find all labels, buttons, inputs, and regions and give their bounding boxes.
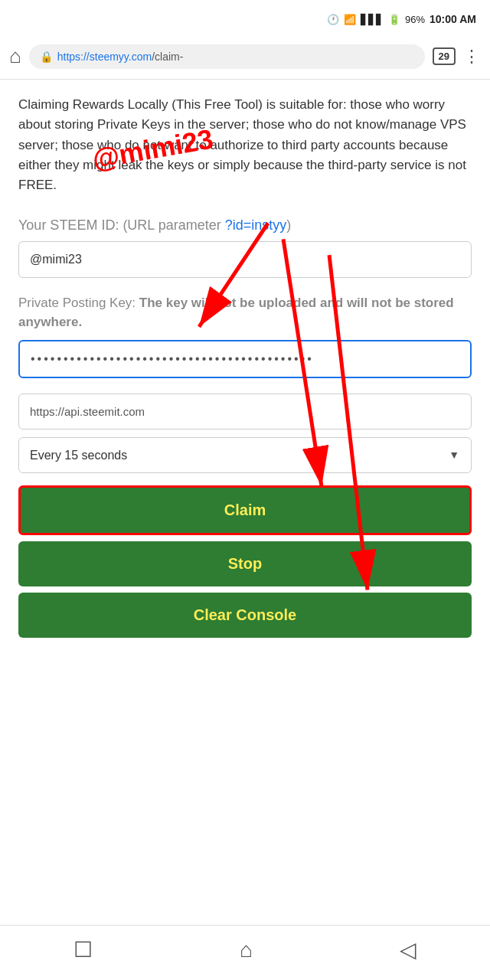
wifi-icon: ▋▋▋ bbox=[361, 14, 384, 25]
steem-id-label: Your STEEM ID: (URL parameter ?id=instyy… bbox=[18, 217, 472, 234]
main-content: @mimi23 Claiming Rewards Locally (This F… bbox=[0, 80, 490, 925]
private-key-label-text: Private Posting Key: bbox=[18, 296, 139, 310]
lock-icon: 🔒 bbox=[40, 51, 53, 63]
status-bar: 🕐 📶 ▋▋▋ 🔋 96% 10:00 AM bbox=[0, 0, 490, 34]
browser-bar: ⌂ 🔒 https://steemyy.com/claim- 29 ⋮ bbox=[0, 34, 490, 80]
battery-icon: 🔋 bbox=[388, 14, 400, 25]
claim-button[interactable]: Claim bbox=[18, 485, 472, 535]
steem-id-param: ?id=instyy bbox=[225, 217, 287, 233]
browser-menu-icon[interactable]: ⋮ bbox=[463, 47, 481, 67]
bottom-nav: ☐ ⌂ ◁ bbox=[0, 925, 490, 980]
interval-select[interactable]: Every 15 seconds Every 30 seconds Every … bbox=[18, 437, 472, 473]
interval-select-wrap: Every 15 seconds Every 30 seconds Every … bbox=[18, 437, 472, 473]
time: 10:00 AM bbox=[430, 13, 476, 25]
tab-count[interactable]: 29 bbox=[433, 47, 456, 65]
steem-id-label-text: Your STEEM ID: (URL parameter bbox=[18, 217, 225, 233]
browser-home-icon[interactable]: ⌂ bbox=[9, 44, 21, 68]
signal-icon: 📶 bbox=[344, 14, 356, 25]
url-scheme: https:// bbox=[57, 51, 90, 63]
home-nav-icon[interactable]: ⌂ bbox=[240, 938, 253, 962]
url-text: https://steemyy.com/claim- bbox=[57, 51, 184, 63]
url-domain: steemyy.com bbox=[90, 51, 152, 63]
private-key-label: Private Posting Key: The key will not be… bbox=[18, 293, 472, 332]
battery-percent: 96% bbox=[405, 14, 425, 25]
description-text: Claiming Rewards Locally (This Free Tool… bbox=[18, 95, 472, 196]
url-path: /claim- bbox=[152, 51, 183, 63]
api-url-input[interactable] bbox=[18, 394, 472, 430]
stop-button[interactable]: Stop bbox=[18, 541, 472, 586]
steem-id-input[interactable] bbox=[18, 241, 472, 278]
private-key-input[interactable] bbox=[18, 340, 472, 378]
clear-console-button[interactable]: Clear Console bbox=[18, 593, 472, 638]
steem-id-close: ) bbox=[286, 217, 291, 233]
url-bar[interactable]: 🔒 https://steemyy.com/claim- bbox=[29, 44, 425, 69]
recent-apps-icon[interactable]: ☐ bbox=[74, 937, 93, 962]
status-icons: 🕐 📶 ▋▋▋ 🔋 96% 10:00 AM bbox=[327, 13, 476, 25]
back-nav-icon[interactable]: ◁ bbox=[400, 937, 416, 962]
alarm-icon: 🕐 bbox=[327, 14, 339, 25]
